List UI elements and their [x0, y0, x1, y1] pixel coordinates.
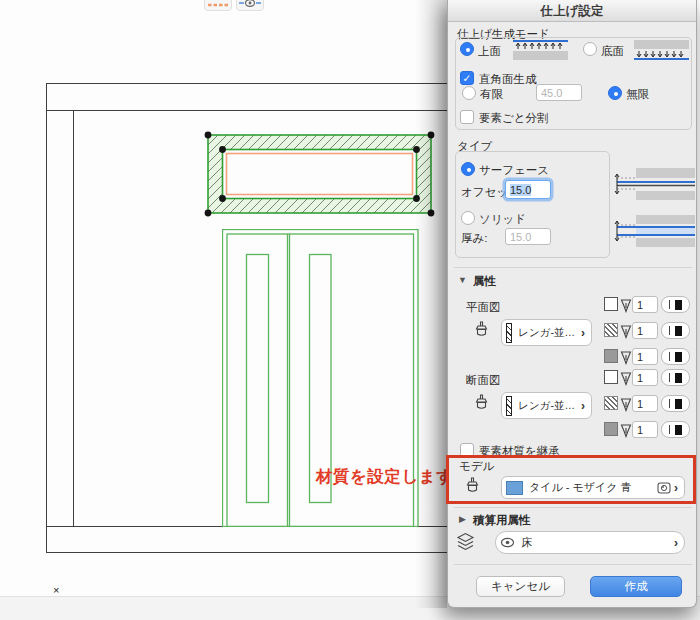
cancel-button[interactable]: キャンセル	[476, 576, 565, 597]
top-face-icon	[512, 39, 569, 61]
material-preview-icon	[657, 482, 671, 494]
pen-icon	[620, 351, 632, 365]
plan-fill-button[interactable]: レンガ-並… ›	[501, 319, 592, 346]
dialog-drop-shadow	[415, 0, 447, 608]
bottom-face-label: 底面	[601, 44, 624, 59]
surface-offset-icon	[614, 167, 696, 201]
solid-thickness-icon	[614, 214, 696, 248]
section-pen-color-button[interactable]	[661, 421, 690, 438]
origin-marker: ×	[53, 584, 59, 596]
pen-icon	[620, 299, 632, 313]
layer-select-button[interactable]: 床 ›	[495, 531, 685, 554]
fill-none-icon	[604, 370, 618, 384]
finite-label: 有限	[480, 87, 503, 102]
infinite-label: 無限	[626, 87, 649, 102]
plan-pen-color-button[interactable]	[661, 348, 690, 365]
finish-settings-dialog: 仕上げ設定 仕上げ生成モード 上面 底面 ✓ 直角面生成 有限 無限 要素ごと分…	[447, 0, 697, 608]
plan-pen-color-button[interactable]	[661, 296, 690, 313]
top-face-radio[interactable]	[460, 42, 474, 56]
wall-top-outer-line	[46, 83, 447, 84]
wall-left-outer-line	[46, 83, 47, 553]
app-window: 材質を設定します × 仕上げ設定 仕上げ生成モード 上面 底面 ✓ 直角面生成 …	[0, 0, 700, 620]
wall-bottom-outer-line	[46, 552, 447, 553]
surface-radio[interactable]	[461, 162, 475, 176]
split-per-element-label: 要素ごと分割	[479, 111, 549, 126]
surface-label: サーフェース	[479, 163, 549, 178]
fill-solid-icon	[604, 422, 618, 436]
wall-left-inner-line	[73, 110, 74, 526]
dashed-line-tool-button[interactable]	[204, 0, 232, 11]
right-angle-checkbox[interactable]: ✓	[460, 71, 474, 85]
pen-icon	[620, 372, 632, 386]
solid-radio[interactable]	[461, 211, 475, 225]
orange-dashed-line-icon	[208, 3, 228, 7]
section-pen-input[interactable]	[632, 421, 658, 438]
fill-solid-icon	[604, 349, 618, 363]
section-pen-input[interactable]	[632, 395, 658, 412]
material-color-swatch	[506, 481, 523, 495]
pen-icon	[620, 424, 632, 438]
top-face-label: 上面	[478, 44, 501, 59]
section-fill-button[interactable]: レンガ-並… ›	[501, 392, 592, 419]
create-button[interactable]: 作成	[590, 576, 682, 597]
bottom-face-icon	[633, 39, 690, 61]
plan-view-label: 平面図	[466, 300, 501, 315]
plan-pen-input[interactable]	[632, 296, 658, 313]
fill-hatch-icon	[604, 323, 618, 337]
section-view-label: 断面図	[466, 373, 501, 388]
plan-pen-input[interactable]	[632, 348, 658, 365]
bottom-face-radio[interactable]	[583, 42, 597, 56]
paintbrush-icon	[466, 477, 479, 494]
eye-icon	[500, 537, 515, 548]
visibility-tool-button[interactable]	[236, 0, 264, 11]
right-angle-label: 直角面生成	[479, 72, 537, 87]
pen-icon	[620, 325, 632, 339]
solid-label: ソリッド	[479, 212, 526, 227]
split-per-element-checkbox[interactable]	[460, 110, 474, 124]
pen-icon	[620, 398, 632, 412]
paintbrush-icon	[475, 394, 488, 411]
fill-hatch-icon	[604, 396, 618, 410]
attributes-collapse-icon[interactable]: ▼	[458, 275, 467, 285]
fill-pattern-swatch	[506, 323, 512, 343]
estimation-collapse-icon[interactable]: ▶	[459, 514, 466, 524]
finite-radio[interactable]	[462, 86, 476, 100]
dialog-title: 仕上げ設定	[448, 0, 696, 22]
paintbrush-icon	[475, 321, 488, 338]
infinite-radio[interactable]	[608, 86, 622, 100]
plan-pen-color-button[interactable]	[661, 322, 690, 339]
chevron-right-icon: ›	[581, 326, 585, 340]
fill-none-icon	[604, 297, 618, 311]
offset-input[interactable]: 15.0	[505, 180, 551, 199]
layers-icon	[456, 531, 475, 552]
attributes-heading: 属性	[473, 274, 496, 289]
estimation-heading: 積算用属性	[473, 513, 531, 528]
selected-transom-element[interactable]	[204, 131, 435, 217]
section-pen-color-button[interactable]	[661, 395, 690, 412]
model-heading: モデル	[459, 459, 494, 474]
thickness-input[interactable]	[505, 228, 551, 245]
finite-angle-input[interactable]	[536, 84, 582, 101]
chevron-right-icon: ›	[581, 399, 585, 413]
section-pen-input[interactable]	[632, 369, 658, 386]
section-pen-color-button[interactable]	[661, 369, 690, 386]
fill-pattern-swatch	[506, 396, 512, 416]
model-material-button[interactable]: タイル - モザイク 青 ›	[501, 476, 685, 499]
chevron-right-icon: ›	[674, 481, 678, 495]
wall-top-inner-line	[46, 110, 447, 111]
chevron-right-icon: ›	[674, 536, 678, 550]
eye-between-dashes-icon	[239, 0, 261, 7]
plan-pen-input[interactable]	[632, 322, 658, 339]
thickness-label: 厚み:	[461, 231, 487, 246]
